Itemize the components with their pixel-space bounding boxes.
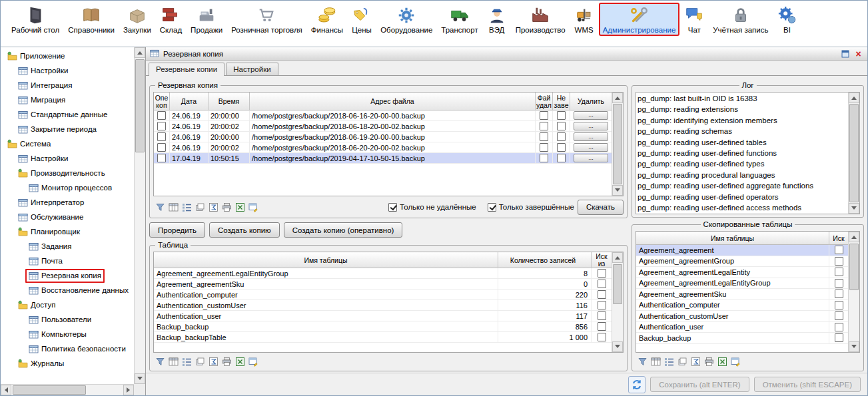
column-header-op[interactable]: Опе коп: [154, 93, 170, 110]
column-header-not-finished[interactable]: Не заве: [553, 93, 570, 110]
scroll-up-button[interactable]: [612, 93, 623, 103]
toolbar-item-bi[interactable]: BI: [773, 3, 801, 36]
not-finished-checkbox[interactable]: [557, 132, 566, 141]
tree-item[interactable]: Производительность: [1, 166, 134, 180]
tree-item[interactable]: Интеграция: [1, 78, 134, 93]
scroll-down-button[interactable]: [135, 373, 145, 384]
operative-copy-checkbox[interactable]: [157, 132, 166, 141]
copied-tables-scrollbar[interactable]: [848, 232, 859, 352]
toolbar-item-prices[interactable]: Цены: [348, 3, 376, 36]
toolbar-item-references[interactable]: Справочники: [64, 3, 119, 36]
operative-copy-checkbox[interactable]: [157, 143, 166, 152]
backup-row[interactable]: 24.06.19 20:00:00 /home/postgres/backup/…: [154, 110, 612, 121]
backup-row[interactable]: 24.06.19 20:00:00 /home/postgres/backup/…: [154, 132, 612, 142]
column-header-excluded[interactable]: Иск: [829, 232, 848, 245]
copy-rows-icon[interactable]: [195, 202, 205, 212]
tree-item[interactable]: Настройки: [1, 63, 134, 78]
toolbar-item-chat[interactable]: Чат: [680, 3, 708, 36]
delete-browse-button[interactable]: ...: [574, 132, 608, 141]
print-icon[interactable]: [703, 356, 714, 367]
operative-copy-checkbox[interactable]: [157, 111, 166, 120]
scroll-thumb[interactable]: [135, 59, 145, 152]
download-button[interactable]: Скачать: [578, 200, 624, 215]
tree-item[interactable]: Резервная копия: [1, 268, 134, 283]
tree-item[interactable]: Политика безопасности: [1, 341, 134, 356]
save-button[interactable]: Сохранить (alt ENTER): [650, 377, 749, 392]
filter-icon[interactable]: [155, 202, 165, 212]
numbered-list-icon[interactable]: [663, 356, 674, 367]
scroll-thumb[interactable]: [613, 104, 622, 184]
delete-browse-button[interactable]: ...: [574, 122, 608, 130]
completed-checkbox[interactable]: [488, 203, 496, 212]
file-deleted-checkbox[interactable]: [540, 132, 548, 141]
copied-table-row[interactable]: Agreement_agreement: [636, 245, 848, 256]
cancel-button[interactable]: Отменить (shift ESCAPE): [754, 377, 861, 392]
toolbar-item-ved[interactable]: ВЭД: [483, 3, 511, 36]
column-settings-icon[interactable]: [168, 202, 179, 212]
scroll-up-button[interactable]: [135, 47, 145, 58]
tree-item[interactable]: Обслуживание: [1, 210, 134, 224]
column-header-date[interactable]: Дата: [170, 93, 209, 110]
tree-vertical-scrollbar[interactable]: [134, 47, 145, 384]
table-row[interactable]: Authentication_computer 220: [154, 290, 612, 300]
edit-table-icon[interactable]: [248, 202, 258, 212]
excluded-checkbox[interactable]: [598, 280, 606, 288]
scroll-thumb[interactable]: [849, 244, 859, 290]
tree-item[interactable]: Восстановление данных: [1, 283, 134, 297]
edit-table-icon[interactable]: [730, 356, 741, 367]
filter-completed[interactable]: Только завершённые: [488, 203, 574, 212]
not-finished-checkbox[interactable]: [557, 154, 566, 162]
copied-table-row[interactable]: Agreement_agreementLegalEntityGroup: [636, 278, 848, 290]
filter-icon[interactable]: [155, 356, 165, 367]
excluded-checkbox[interactable]: [835, 290, 843, 298]
not-finished-checkbox[interactable]: [557, 122, 566, 130]
excluded-checkbox[interactable]: [598, 290, 606, 299]
tree-item[interactable]: Почта: [1, 254, 134, 268]
numbered-list-icon[interactable]: [181, 202, 192, 212]
file-deleted-checkbox[interactable]: [540, 122, 548, 130]
edit-table-icon[interactable]: [248, 356, 258, 367]
excluded-checkbox[interactable]: [835, 268, 843, 276]
excluded-checkbox[interactable]: [835, 257, 843, 266]
file-deleted-checkbox[interactable]: [540, 154, 548, 162]
tree-item[interactable]: Интерпретатор: [1, 195, 134, 210]
column-settings-icon[interactable]: [650, 356, 661, 367]
table-row[interactable]: Authentication_customUser 116: [154, 300, 612, 311]
toolbar-item-administration[interactable]: Администрирование: [599, 3, 680, 36]
operative-copy-checkbox[interactable]: [157, 122, 166, 130]
column-header-file-deleted[interactable]: Фай удал: [536, 93, 553, 110]
toolbar-item-finance[interactable]: Финансы: [307, 3, 347, 36]
excluded-checkbox[interactable]: [835, 311, 843, 320]
tab-backups[interactable]: Резервные копии: [149, 63, 224, 76]
excluded-checkbox[interactable]: [835, 279, 843, 288]
toolbar-item-transport[interactable]: Транспорт: [437, 3, 482, 36]
toolbar-item-retail[interactable]: Розничная торговля: [227, 3, 306, 36]
scroll-thumb[interactable]: [13, 385, 86, 395]
scroll-down-button[interactable]: [849, 341, 859, 352]
copied-table-row[interactable]: Agreement_agreementLegalEntity: [636, 267, 848, 278]
copied-table-row[interactable]: Backup_backup: [636, 333, 848, 344]
toolbar-item-equipment[interactable]: Оборудование: [376, 3, 436, 36]
create-copy-button[interactable]: Создать копию: [209, 222, 280, 238]
not-finished-checkbox[interactable]: [557, 143, 566, 152]
excel-export-icon[interactable]: [717, 356, 727, 367]
excluded-checkbox[interactable]: [835, 246, 843, 254]
copied-table-row[interactable]: Agreement_agreementGroup: [636, 256, 848, 268]
not-deleted-checkbox[interactable]: [388, 203, 397, 212]
column-header-table-name[interactable]: Имя таблицы: [636, 232, 829, 245]
file-deleted-checkbox[interactable]: [540, 111, 548, 120]
scroll-up-button[interactable]: [612, 252, 623, 263]
scroll-right-button[interactable]: [123, 385, 134, 395]
print-icon[interactable]: [221, 356, 232, 367]
excluded-checkbox[interactable]: [598, 311, 606, 320]
excel-export-icon[interactable]: [234, 202, 245, 212]
tree-item[interactable]: Журналы: [1, 356, 134, 371]
tab-settings[interactable]: Настройки: [226, 63, 278, 75]
tree-item[interactable]: Закрытие периода: [1, 122, 134, 136]
tree-horizontal-scrollbar[interactable]: [1, 384, 134, 395]
table-row[interactable]: Agreement_agreementLegalEntityGroup 8: [154, 268, 612, 279]
column-header-time[interactable]: Время: [209, 93, 250, 110]
column-header-record-count[interactable]: Количество записей: [498, 252, 592, 268]
file-deleted-checkbox[interactable]: [540, 143, 548, 152]
maximize-button[interactable]: [840, 49, 850, 59]
